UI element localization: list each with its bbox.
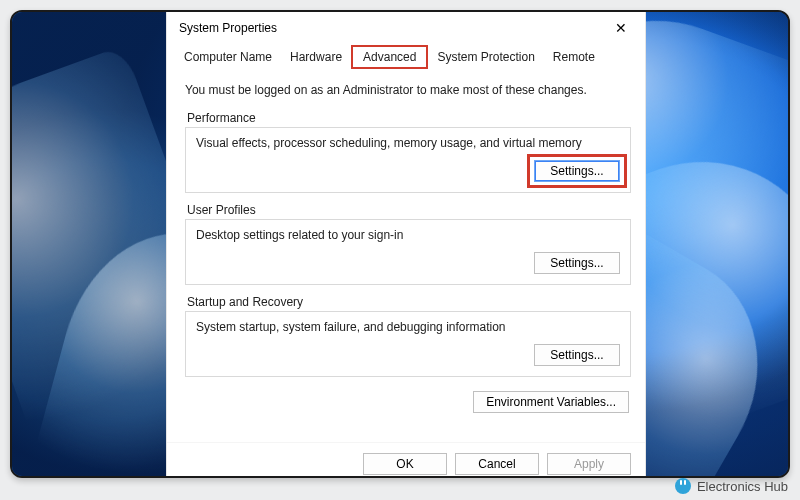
apply-button[interactable]: Apply [547, 453, 631, 475]
close-icon[interactable]: ✕ [607, 20, 635, 36]
dialog-footer: OK Cancel Apply [167, 442, 645, 478]
performance-label: Performance [187, 111, 631, 125]
tab-system-protection[interactable]: System Protection [428, 45, 543, 69]
performance-settings-highlight: Settings... [534, 160, 620, 182]
user-profiles-section: User Profiles Desktop settings related t… [185, 203, 631, 285]
tab-hardware[interactable]: Hardware [281, 45, 351, 69]
cancel-button[interactable]: Cancel [455, 453, 539, 475]
environment-variables-button[interactable]: Environment Variables... [473, 391, 629, 413]
dialog-title: System Properties [179, 21, 277, 35]
performance-settings-button[interactable]: Settings... [534, 160, 620, 182]
user-profiles-settings-button[interactable]: Settings... [534, 252, 620, 274]
performance-section: Performance Visual effects, processor sc… [185, 111, 631, 193]
user-profiles-desc: Desktop settings related to your sign-in [196, 228, 620, 242]
titlebar: System Properties ✕ [167, 11, 645, 43]
tab-advanced[interactable]: Advanced [351, 45, 428, 69]
startup-group: System startup, system failure, and debu… [185, 311, 631, 377]
startup-desc: System startup, system failure, and debu… [196, 320, 620, 334]
screenshot-frame: System Properties ✕ Computer Name Hardwa… [10, 10, 790, 478]
performance-desc: Visual effects, processor scheduling, me… [196, 136, 620, 150]
tab-content-advanced: You must be logged on as an Administrato… [167, 69, 645, 442]
plug-icon [675, 478, 691, 494]
tab-remote[interactable]: Remote [544, 45, 604, 69]
startup-settings-button[interactable]: Settings... [534, 344, 620, 366]
performance-group: Visual effects, processor scheduling, me… [185, 127, 631, 193]
startup-label: Startup and Recovery [187, 295, 631, 309]
env-row: Environment Variables... [185, 391, 631, 413]
user-profiles-group: Desktop settings related to your sign-in… [185, 219, 631, 285]
system-properties-dialog: System Properties ✕ Computer Name Hardwa… [166, 10, 646, 478]
admin-note: You must be logged on as an Administrato… [185, 83, 631, 97]
tab-computer-name[interactable]: Computer Name [175, 45, 281, 69]
watermark-text: Electronics Hub [697, 479, 788, 494]
watermark: Electronics Hub [675, 478, 788, 494]
user-profiles-label: User Profiles [187, 203, 631, 217]
tab-strip: Computer Name Hardware Advanced System P… [167, 43, 645, 69]
ok-button[interactable]: OK [363, 453, 447, 475]
startup-section: Startup and Recovery System startup, sys… [185, 295, 631, 377]
